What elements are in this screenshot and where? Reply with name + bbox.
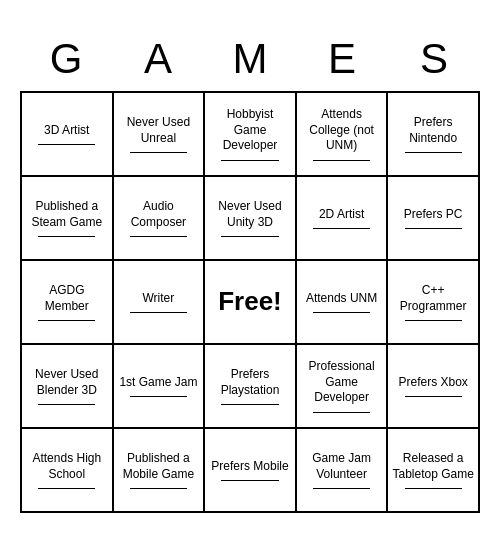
cell-underline <box>130 488 187 489</box>
header-letter: M <box>204 31 296 87</box>
cell-text: AGDG Member <box>26 283 108 314</box>
bingo-cell[interactable]: Audio Composer <box>114 177 206 261</box>
bingo-cell[interactable]: AGDG Member <box>22 261 114 345</box>
bingo-cell[interactable]: Released a Tabletop Game <box>388 429 480 513</box>
cell-text: Prefers Nintendo <box>392 115 474 146</box>
cell-text: Game Jam Volunteer <box>301 451 383 482</box>
header-letter: S <box>388 31 480 87</box>
cell-text: Hobbyist Game Developer <box>209 107 291 154</box>
cell-text: Never Used Unreal <box>118 115 200 146</box>
cell-text: 1st Game Jam <box>119 375 197 391</box>
cell-underline <box>405 396 462 397</box>
bingo-cell[interactable]: C++ Programmer <box>388 261 480 345</box>
header-letter: A <box>112 31 204 87</box>
bingo-cell[interactable]: 3D Artist <box>22 93 114 177</box>
bingo-cell[interactable]: Never Used Blender 3D <box>22 345 114 429</box>
cell-text: Released a Tabletop Game <box>392 451 474 482</box>
cell-underline <box>313 412 370 413</box>
cell-text: Prefers PC <box>404 207 463 223</box>
cell-underline <box>221 236 278 237</box>
cell-underline <box>221 404 278 405</box>
cell-underline <box>313 488 370 489</box>
cell-underline <box>38 236 95 237</box>
bingo-cell[interactable]: Free! <box>205 261 297 345</box>
bingo-cell[interactable]: Professional Game Developer <box>297 345 389 429</box>
bingo-cell[interactable]: Attends UNM <box>297 261 389 345</box>
cell-text: Professional Game Developer <box>301 359 383 406</box>
bingo-grid: 3D ArtistNever Used UnrealHobbyist Game … <box>20 91 480 513</box>
cell-text: 3D Artist <box>44 123 89 139</box>
cell-underline <box>130 396 187 397</box>
bingo-cell[interactable]: Writer <box>114 261 206 345</box>
cell-underline <box>130 312 187 313</box>
bingo-cell[interactable]: Prefers PC <box>388 177 480 261</box>
cell-underline <box>313 228 370 229</box>
cell-text: Prefers Xbox <box>399 375 468 391</box>
bingo-card: GAMES 3D ArtistNever Used UnrealHobbyist… <box>10 21 490 523</box>
header-letter: E <box>296 31 388 87</box>
bingo-cell[interactable]: 2D Artist <box>297 177 389 261</box>
bingo-cell[interactable]: Attends High School <box>22 429 114 513</box>
bingo-cell[interactable]: Attends College (not UNM) <box>297 93 389 177</box>
cell-underline <box>221 480 278 481</box>
cell-underline <box>405 488 462 489</box>
cell-text: Prefers Mobile <box>211 459 288 475</box>
header-letter: G <box>20 31 112 87</box>
cell-text: Never Used Blender 3D <box>26 367 108 398</box>
cell-underline <box>130 152 187 153</box>
cell-text: 2D Artist <box>319 207 364 223</box>
cell-underline <box>38 488 95 489</box>
bingo-cell[interactable]: Never Used Unreal <box>114 93 206 177</box>
cell-text: Audio Composer <box>118 199 200 230</box>
bingo-cell[interactable]: Hobbyist Game Developer <box>205 93 297 177</box>
bingo-cell[interactable]: Published a Mobile Game <box>114 429 206 513</box>
cell-underline <box>313 160 370 161</box>
cell-text: Prefers Playstation <box>209 367 291 398</box>
cell-text: Never Used Unity 3D <box>209 199 291 230</box>
cell-text: Writer <box>143 291 175 307</box>
cell-underline <box>405 152 462 153</box>
cell-text: Published a Mobile Game <box>118 451 200 482</box>
cell-underline <box>130 236 187 237</box>
bingo-cell[interactable]: 1st Game Jam <box>114 345 206 429</box>
cell-text: Attends College (not UNM) <box>301 107 383 154</box>
cell-text: Attends UNM <box>306 291 377 307</box>
bingo-cell[interactable]: Game Jam Volunteer <box>297 429 389 513</box>
bingo-cell[interactable]: Prefers Nintendo <box>388 93 480 177</box>
cell-text: Attends High School <box>26 451 108 482</box>
cell-underline <box>405 228 462 229</box>
cell-text: Published a Steam Game <box>26 199 108 230</box>
bingo-cell[interactable]: Prefers Playstation <box>205 345 297 429</box>
cell-underline <box>313 312 370 313</box>
cell-text: Free! <box>218 285 282 319</box>
bingo-cell[interactable]: Published a Steam Game <box>22 177 114 261</box>
cell-underline <box>405 320 462 321</box>
cell-text: C++ Programmer <box>392 283 474 314</box>
bingo-header: GAMES <box>20 31 480 87</box>
cell-underline <box>38 404 95 405</box>
bingo-cell[interactable]: Prefers Mobile <box>205 429 297 513</box>
cell-underline <box>221 160 278 161</box>
cell-underline <box>38 320 95 321</box>
bingo-cell[interactable]: Never Used Unity 3D <box>205 177 297 261</box>
bingo-cell[interactable]: Prefers Xbox <box>388 345 480 429</box>
cell-underline <box>38 144 95 145</box>
